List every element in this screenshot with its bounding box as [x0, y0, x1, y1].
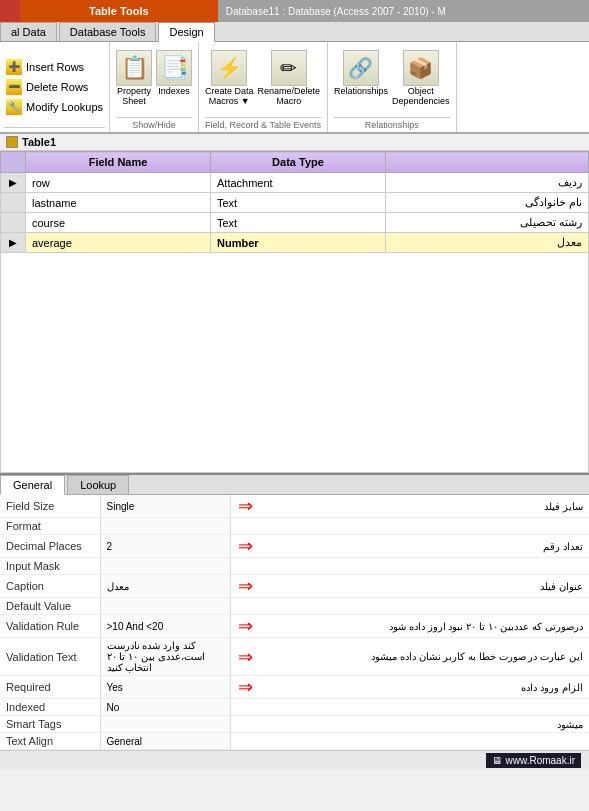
prop-value[interactable] [100, 716, 230, 733]
rename-delete-macro-label: Rename/DeleteMacro [258, 86, 321, 106]
insert-rows-btn[interactable]: ➕ Insert Rows [4, 58, 105, 76]
prop-row: Input Mask [0, 558, 589, 575]
tab-design[interactable]: Design [158, 22, 214, 42]
delete-rows-label: Delete Rows [26, 81, 88, 93]
prop-arrow: ⇒ [230, 575, 260, 598]
relationships-group-label: Relationships [334, 117, 450, 132]
insert-rows-label: Insert Rows [26, 61, 84, 73]
prop-arrow: ⇒ [230, 615, 260, 638]
delete-rows-btn[interactable]: ➖ Delete Rows [4, 78, 105, 96]
table-icon [6, 136, 18, 148]
prop-annotation: این عبارت در صورت خطا به کاربر نشان داده… [260, 638, 589, 676]
prop-row: Default Value [0, 598, 589, 615]
prop-tab-general[interactable]: General [0, 475, 65, 495]
prop-label: Input Mask [0, 558, 100, 575]
prop-arrow [230, 598, 260, 615]
indexes-icon: 📑 [156, 50, 192, 86]
prop-arrow: ⇒ [230, 676, 260, 699]
prop-label: Validation Text [0, 638, 100, 676]
property-sheet-label: PropertySheet [117, 86, 151, 106]
prop-label: Field Size [0, 495, 100, 518]
prop-value[interactable]: Yes [100, 676, 230, 699]
prop-arrow [230, 716, 260, 733]
tab-al-data[interactable]: al Data [0, 22, 57, 41]
prop-value[interactable]: General [100, 733, 230, 750]
prop-label: Indexed [0, 699, 100, 716]
prop-value[interactable]: کند وارد شده نادرست است،عددی بین ۱۰ تا ۲… [100, 638, 230, 676]
prop-value[interactable]: 2 [100, 535, 230, 558]
data-type-cell[interactable]: Text [211, 193, 386, 213]
prop-arrow [230, 518, 260, 535]
prop-value[interactable]: No [100, 699, 230, 716]
property-sheet-icon: 📋 [116, 50, 152, 86]
prop-row: Validation Textکند وارد شده نادرست است،ع… [0, 638, 589, 676]
property-sheet-btn[interactable]: 📋 PropertySheet [116, 50, 152, 106]
prop-value[interactable]: Single [100, 495, 230, 518]
row-selector [1, 193, 26, 213]
prop-value[interactable] [100, 518, 230, 535]
prop-annotation [260, 699, 589, 716]
prop-label: Format [0, 518, 100, 535]
relationships-label: Relationships [334, 86, 388, 96]
prop-arrow [230, 558, 260, 575]
prop-row: Captionمعدل⇒عنوان فیلد [0, 575, 589, 598]
watermark-text: www.Romaak.ir [506, 755, 575, 766]
prop-label: Text Align [0, 733, 100, 750]
prop-label: Default Value [0, 598, 100, 615]
prop-row: Text AlignGeneral [0, 733, 589, 750]
prop-row: Decimal Places2⇒تعداد رقم [0, 535, 589, 558]
row-selector: ▶ [1, 233, 26, 253]
prop-value[interactable] [100, 598, 230, 615]
prop-tab-lookup[interactable]: Lookup [67, 475, 129, 494]
rename-delete-macro-btn[interactable]: ✏ Rename/DeleteMacro [258, 50, 321, 106]
data-type-cell[interactable]: Text [211, 213, 386, 233]
indexes-btn[interactable]: 📑 Indexes [156, 50, 192, 96]
prop-value[interactable] [100, 558, 230, 575]
prop-arrow: ⇒ [230, 495, 260, 518]
modify-lookups-label: Modify Lookups [26, 101, 103, 113]
modify-lookups-btn[interactable]: 🔧 Modify Lookups [4, 98, 105, 116]
data-type-cell[interactable]: Attachment [211, 173, 386, 193]
prop-arrow: ⇒ [230, 638, 260, 676]
description-cell: رشته تحصیلی [386, 213, 589, 233]
row-selector: ▶ [1, 173, 26, 193]
prop-row: Format [0, 518, 589, 535]
object-dependencies-btn[interactable]: 📦 ObjectDependencies [392, 50, 450, 106]
relationships-btn[interactable]: 🔗 Relationships [334, 50, 388, 96]
prop-annotation: عنوان فیلد [260, 575, 589, 598]
create-data-macros-btn[interactable]: ⚡ Create DataMacros ▼ [205, 50, 254, 106]
prop-label: Caption [0, 575, 100, 598]
field-name-cell[interactable]: course [26, 213, 211, 233]
show-hide-label: Show/Hide [116, 117, 192, 132]
prop-annotation: الزام ورود داده [260, 676, 589, 699]
prop-annotation [260, 518, 589, 535]
prop-label: Validation Rule [0, 615, 100, 638]
prop-annotation: درصورتی که عددبین ۱۰ تا ۲۰ نبود اروز داد… [260, 615, 589, 638]
modify-lookups-icon: 🔧 [6, 99, 22, 115]
field-name-cell[interactable]: row [26, 173, 211, 193]
field-name-cell[interactable]: lastname [26, 193, 211, 213]
prop-annotation [260, 733, 589, 750]
tab-database-tools[interactable]: Database Tools [59, 22, 157, 41]
object-dependencies-label: ObjectDependencies [392, 86, 450, 106]
create-data-macros-label: Create DataMacros ▼ [205, 86, 254, 106]
col-desc-header [386, 152, 589, 173]
prop-row: IndexedNo [0, 699, 589, 716]
prop-value[interactable]: معدل [100, 575, 230, 598]
prop-row: Validation Rule>10 And <20⇒درصورتی که عد… [0, 615, 589, 638]
prop-value[interactable]: >10 And <20 [100, 615, 230, 638]
prop-arrow [230, 733, 260, 750]
field-name-cell[interactable]: average [26, 233, 211, 253]
table-name: Table1 [22, 136, 56, 148]
prop-annotation: میشود [260, 716, 589, 733]
description-cell: ردیف [386, 173, 589, 193]
prop-arrow [230, 699, 260, 716]
prop-annotation [260, 558, 589, 575]
prop-label: Required [0, 676, 100, 699]
description-cell: نام خانوادگی [386, 193, 589, 213]
prop-annotation: تعداد رقم [260, 535, 589, 558]
relationships-icon: 🔗 [343, 50, 379, 86]
field-record-label: Field, Record & Table Events [205, 117, 321, 132]
data-type-cell[interactable]: Number [211, 233, 386, 253]
prop-label: Decimal Places [0, 535, 100, 558]
